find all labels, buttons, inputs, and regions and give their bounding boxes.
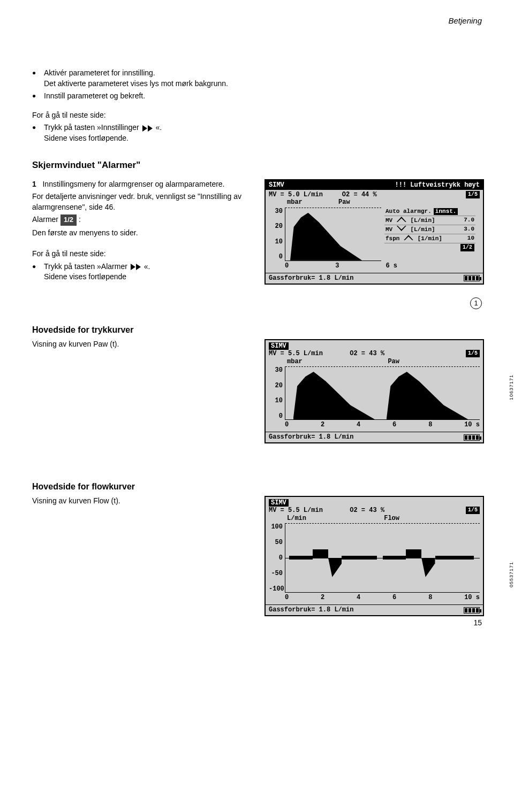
- footer-text: Gassforbruk= 1.8 L/min: [269, 606, 353, 614]
- pressure-chart: 30 20 10 0: [269, 366, 480, 420]
- footer-text: Gassforbruk= 1.8 L/min: [269, 274, 353, 282]
- xt: 6: [392, 421, 396, 428]
- r3v: 10: [467, 235, 474, 242]
- colon: :: [79, 215, 81, 224]
- xt: 10 s: [464, 421, 480, 428]
- alarm-ref: For detaljerte anvisninger vedr. bruk, v…: [32, 191, 252, 212]
- bullet-activate: Aktivér parameteret for innstilling. Det…: [32, 68, 482, 89]
- page-badge: 1/5: [466, 191, 480, 198]
- mv-val: 5.0: [288, 191, 300, 198]
- xt: 8: [428, 594, 432, 601]
- suffix: «.: [144, 262, 150, 271]
- text: Trykk på tasten »Innstillinger: [44, 123, 139, 132]
- alarm-item-1: 1 Innstillingsmeny for alarmgrenser og a…: [32, 179, 252, 190]
- mv-unit: L/min: [304, 350, 323, 357]
- flow-chart: 100 50 0 -50 -100: [269, 523, 480, 593]
- y-label: mbar: [287, 358, 303, 365]
- o2-val: 44: [361, 191, 369, 198]
- page-badge: 1/5: [466, 350, 480, 357]
- alarm-screen: SIMV !!! Luftveistrykk høyt MV = 5.0 L/m…: [264, 179, 484, 285]
- r3l: fspn: [386, 235, 399, 242]
- r1u: [L/min]: [410, 217, 435, 224]
- o2-label: O2 =: [350, 350, 365, 357]
- alarm-next-bullets: Trykk på tasten »Alarmer «. Sidene vises…: [32, 262, 252, 282]
- alarm-banner: SIMV !!! Luftveistrykk høyt: [266, 180, 483, 190]
- text: Innstillingsmeny for alarmgrenser og ala…: [42, 180, 224, 188]
- bullet-subtext: Det aktiverte parameteret vises lys mot …: [44, 79, 228, 88]
- yt: 0: [269, 554, 283, 562]
- panel-h1: Auto alarmgr.: [386, 208, 432, 215]
- yt: -100: [269, 585, 283, 593]
- battery-icon: [464, 434, 480, 441]
- yt: 20: [269, 223, 283, 230]
- code-2: 05537171: [509, 562, 514, 587]
- r2v: 3.0: [464, 226, 474, 233]
- o2-label: O2 =: [350, 507, 365, 514]
- num: 1: [32, 180, 36, 188]
- pressure-screen: SIMV MV = 5.5 L/min O2 = 43 % 1/5 mbar: [264, 339, 484, 443]
- alarm-header-row: MV = 5.0 L/min O2 = 44 % 1/5: [269, 191, 480, 198]
- mv-unit: L/min: [304, 507, 323, 514]
- p-label: Paw: [388, 358, 399, 365]
- xt: 4: [357, 594, 360, 601]
- mv-label: MV =: [269, 191, 284, 198]
- xt: 0: [285, 262, 289, 270]
- yt: 100: [269, 523, 283, 531]
- forward-icon: [142, 125, 153, 132]
- mode: SIMV: [269, 181, 284, 189]
- alarm-chart: 30 20 10 0 Auto alarmgr. innst.: [269, 208, 480, 261]
- r1v: 7.0: [464, 217, 474, 224]
- bullet-press-alarm: Trykk på tasten »Alarmer «. Sidene vises…: [32, 262, 252, 282]
- callout-1: 1: [470, 297, 482, 309]
- down-icon: [397, 226, 406, 231]
- xt: 6: [392, 594, 396, 601]
- mode: SIMV: [269, 342, 289, 350]
- bullet-press-settings: Trykk på tasten »Innstillinger «. Sidene…: [32, 122, 482, 143]
- forward-icon: [131, 264, 141, 270]
- page-section-header: Betjening: [32, 16, 482, 25]
- battery-icon: [464, 607, 480, 614]
- intro-next-label: For å gå til neste side:: [32, 110, 482, 121]
- y-label: L/min: [287, 515, 306, 522]
- text: Trykk på tasten »Alarmer: [44, 262, 127, 271]
- xt: 3: [335, 262, 339, 270]
- pressure-text: Visning av kurven Paw (t).: [32, 339, 252, 350]
- yt: -50: [269, 570, 283, 577]
- cont: Sidene vises fortløpende: [44, 272, 126, 281]
- yt: 30: [269, 208, 283, 215]
- yt: 10: [269, 238, 283, 246]
- mode: SIMV: [269, 499, 289, 507]
- yt: 0: [269, 253, 283, 261]
- up-icon: [404, 235, 413, 240]
- flow-heading: Hovedside for flowkurver: [32, 482, 482, 492]
- banner-text: !!! Luftveistrykk høyt: [395, 181, 480, 189]
- pressure-heading: Hovedside for trykkurver: [32, 325, 482, 335]
- r1l: MV: [386, 217, 392, 224]
- o2-unit: %: [373, 191, 376, 198]
- alarm-side-panel: Auto alarmgr. innst. MV [L/min] 7.0 MV […: [384, 208, 475, 261]
- panel-page-badge: 1/2: [460, 244, 474, 251]
- mv-val: 5.5: [288, 350, 300, 357]
- xt: 2: [321, 421, 324, 428]
- xt: 10 s: [464, 594, 480, 601]
- up-icon: [397, 217, 406, 222]
- cont-text: Sidene vises fortløpende.: [44, 134, 128, 142]
- alarm-tag-desc: Den første av menyens to sider.: [32, 228, 252, 239]
- bullet-text: Aktivér parameteret for innstilling.: [44, 68, 155, 77]
- yt: 50: [269, 539, 283, 546]
- page-badge: 1/5: [466, 507, 480, 514]
- battery-icon: [464, 275, 480, 281]
- alarm-page-tag: 1/2: [61, 215, 77, 225]
- xt: 4: [357, 421, 360, 428]
- yt: 0: [269, 412, 283, 420]
- bullet-confirm: Innstill parameteret og bekreft.: [32, 91, 482, 102]
- o2-unit: %: [381, 350, 384, 357]
- flow-text: Visning av kurven Flow (t).: [32, 496, 252, 507]
- xt: 6 s: [386, 262, 397, 270]
- intro-bullets: Aktivér parameteret for innstilling. Det…: [32, 68, 482, 102]
- o2-label: O2 =: [342, 191, 358, 198]
- code-1: 10637171: [509, 374, 514, 400]
- xt: 0: [285, 421, 289, 428]
- mv-label: MV =: [269, 350, 284, 357]
- page-number: 15: [473, 618, 482, 627]
